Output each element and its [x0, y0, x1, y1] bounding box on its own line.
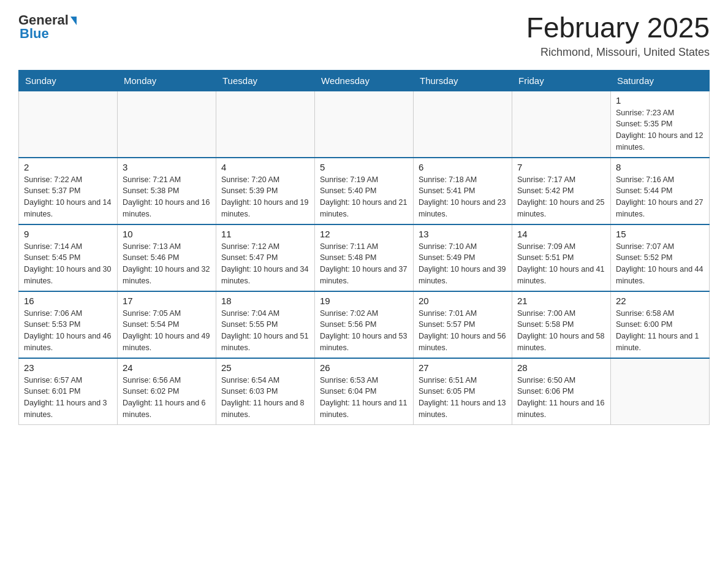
day-number: 3: [123, 162, 211, 172]
day-info: Sunrise: 6:58 AMSunset: 6:00 PMDaylight:…: [616, 308, 704, 354]
calendar-day-cell: 8Sunrise: 7:16 AMSunset: 5:44 PMDaylight…: [611, 158, 710, 224]
calendar-day-cell: [414, 91, 512, 158]
day-info: Sunrise: 6:56 AMSunset: 6:02 PMDaylight:…: [123, 375, 211, 421]
logo-arrow-icon: [70, 17, 77, 25]
calendar-week-row: 1Sunrise: 7:23 AMSunset: 5:35 PMDaylight…: [19, 91, 710, 158]
logo-blue-label: Blue: [20, 26, 49, 42]
day-info: Sunrise: 7:02 AMSunset: 5:56 PMDaylight:…: [320, 308, 408, 354]
calendar-day-header: Friday: [512, 70, 611, 91]
day-number: 13: [419, 229, 507, 239]
day-info: Sunrise: 7:22 AMSunset: 5:37 PMDaylight:…: [24, 174, 112, 220]
calendar-day-cell: [512, 91, 611, 158]
day-number: 26: [320, 362, 408, 373]
day-info: Sunrise: 7:14 AMSunset: 5:45 PMDaylight:…: [24, 241, 112, 287]
calendar-day-header: Wednesday: [315, 70, 414, 91]
day-info: Sunrise: 6:50 AMSunset: 6:06 PMDaylight:…: [517, 375, 605, 421]
calendar-day-cell: 17Sunrise: 7:05 AMSunset: 5:54 PMDayligh…: [118, 291, 216, 358]
day-number: 6: [419, 162, 507, 172]
day-info: Sunrise: 7:05 AMSunset: 5:54 PMDaylight:…: [123, 308, 211, 354]
day-number: 25: [221, 362, 309, 373]
calendar-week-row: 2Sunrise: 7:22 AMSunset: 5:37 PMDaylight…: [19, 158, 710, 224]
calendar-week-row: 16Sunrise: 7:06 AMSunset: 5:53 PMDayligh…: [19, 291, 710, 358]
calendar-day-cell: 1Sunrise: 7:23 AMSunset: 5:35 PMDaylight…: [611, 91, 710, 158]
calendar-day-cell: 26Sunrise: 6:53 AMSunset: 6:04 PMDayligh…: [315, 358, 414, 425]
calendar-day-cell: 7Sunrise: 7:17 AMSunset: 5:42 PMDaylight…: [512, 158, 611, 224]
day-info: Sunrise: 7:21 AMSunset: 5:38 PMDaylight:…: [123, 174, 211, 220]
day-info: Sunrise: 7:18 AMSunset: 5:41 PMDaylight:…: [419, 174, 507, 220]
calendar-day-cell: 16Sunrise: 7:06 AMSunset: 5:53 PMDayligh…: [19, 291, 118, 358]
day-number: 10: [123, 229, 211, 239]
day-info: Sunrise: 6:51 AMSunset: 6:05 PMDaylight:…: [419, 375, 507, 421]
calendar-day-header: Tuesday: [216, 70, 315, 91]
location-label: Richmond, Missouri, United States: [526, 46, 710, 59]
calendar-day-cell: 2Sunrise: 7:22 AMSunset: 5:37 PMDaylight…: [19, 158, 118, 224]
day-number: 18: [221, 296, 309, 306]
calendar-table: SundayMondayTuesdayWednesdayThursdayFrid…: [18, 70, 710, 425]
day-number: 28: [517, 362, 605, 373]
day-info: Sunrise: 7:09 AMSunset: 5:51 PMDaylight:…: [517, 241, 605, 287]
calendar-day-cell: 9Sunrise: 7:14 AMSunset: 5:45 PMDaylight…: [19, 224, 118, 291]
day-number: 2: [24, 162, 112, 172]
calendar-header-row: SundayMondayTuesdayWednesdayThursdayFrid…: [19, 70, 710, 91]
day-number: 7: [517, 162, 605, 172]
calendar-day-cell: 11Sunrise: 7:12 AMSunset: 5:47 PMDayligh…: [216, 224, 315, 291]
calendar-day-cell: [315, 91, 414, 158]
day-info: Sunrise: 7:01 AMSunset: 5:57 PMDaylight:…: [419, 308, 507, 354]
calendar-day-cell: 24Sunrise: 6:56 AMSunset: 6:02 PMDayligh…: [118, 358, 216, 425]
calendar-day-header: Saturday: [611, 70, 710, 91]
day-number: 1: [616, 95, 704, 105]
calendar-day-cell: [611, 358, 710, 425]
day-info: Sunrise: 7:20 AMSunset: 5:39 PMDaylight:…: [221, 174, 309, 220]
day-info: Sunrise: 6:54 AMSunset: 6:03 PMDaylight:…: [221, 375, 309, 421]
day-info: Sunrise: 7:19 AMSunset: 5:40 PMDaylight:…: [320, 174, 408, 220]
day-number: 4: [221, 162, 309, 172]
day-info: Sunrise: 7:23 AMSunset: 5:35 PMDaylight:…: [616, 107, 704, 153]
calendar-week-row: 23Sunrise: 6:57 AMSunset: 6:01 PMDayligh…: [19, 358, 710, 425]
calendar-day-cell: 27Sunrise: 6:51 AMSunset: 6:05 PMDayligh…: [414, 358, 512, 425]
calendar-day-cell: 10Sunrise: 7:13 AMSunset: 5:46 PMDayligh…: [118, 224, 216, 291]
calendar-day-cell: [19, 91, 118, 158]
day-number: 8: [616, 162, 704, 172]
day-info: Sunrise: 7:06 AMSunset: 5:53 PMDaylight:…: [24, 308, 112, 354]
calendar-day-cell: 25Sunrise: 6:54 AMSunset: 6:03 PMDayligh…: [216, 358, 315, 425]
calendar-day-cell: 28Sunrise: 6:50 AMSunset: 6:06 PMDayligh…: [512, 358, 611, 425]
day-number: 24: [123, 362, 211, 373]
calendar-day-header: Sunday: [19, 70, 118, 91]
day-number: 17: [123, 296, 211, 306]
day-number: 20: [419, 296, 507, 306]
calendar-day-cell: 15Sunrise: 7:07 AMSunset: 5:52 PMDayligh…: [611, 224, 710, 291]
day-info: Sunrise: 7:04 AMSunset: 5:55 PMDaylight:…: [221, 308, 309, 354]
day-number: 9: [24, 229, 112, 239]
day-number: 11: [221, 229, 309, 239]
calendar-day-cell: 22Sunrise: 6:58 AMSunset: 6:00 PMDayligh…: [611, 291, 710, 358]
calendar-day-header: Thursday: [414, 70, 512, 91]
day-info: Sunrise: 7:12 AMSunset: 5:47 PMDaylight:…: [221, 241, 309, 287]
day-number: 5: [320, 162, 408, 172]
day-number: 22: [616, 296, 704, 306]
day-number: 27: [419, 362, 507, 373]
calendar-day-cell: 12Sunrise: 7:11 AMSunset: 5:48 PMDayligh…: [315, 224, 414, 291]
day-number: 21: [517, 296, 605, 306]
day-info: Sunrise: 6:57 AMSunset: 6:01 PMDaylight:…: [24, 375, 112, 421]
day-info: Sunrise: 7:16 AMSunset: 5:44 PMDaylight:…: [616, 174, 704, 220]
calendar-day-cell: 20Sunrise: 7:01 AMSunset: 5:57 PMDayligh…: [414, 291, 512, 358]
page-header: General Blue February 2025 Richmond, Mis…: [18, 12, 710, 59]
day-number: 19: [320, 296, 408, 306]
day-number: 15: [616, 229, 704, 239]
day-info: Sunrise: 7:07 AMSunset: 5:52 PMDaylight:…: [616, 241, 704, 287]
day-info: Sunrise: 6:53 AMSunset: 6:04 PMDaylight:…: [320, 375, 408, 421]
calendar-day-cell: 19Sunrise: 7:02 AMSunset: 5:56 PMDayligh…: [315, 291, 414, 358]
calendar-day-cell: [216, 91, 315, 158]
day-number: 16: [24, 296, 112, 306]
day-info: Sunrise: 7:13 AMSunset: 5:46 PMDaylight:…: [123, 241, 211, 287]
calendar-day-cell: 3Sunrise: 7:21 AMSunset: 5:38 PMDaylight…: [118, 158, 216, 224]
calendar-day-cell: 21Sunrise: 7:00 AMSunset: 5:58 PMDayligh…: [512, 291, 611, 358]
day-info: Sunrise: 7:17 AMSunset: 5:42 PMDaylight:…: [517, 174, 605, 220]
calendar-day-cell: 23Sunrise: 6:57 AMSunset: 6:01 PMDayligh…: [19, 358, 118, 425]
day-number: 12: [320, 229, 408, 239]
calendar-day-cell: [118, 91, 216, 158]
day-info: Sunrise: 7:00 AMSunset: 5:58 PMDaylight:…: [517, 308, 605, 354]
day-number: 14: [517, 229, 605, 239]
day-info: Sunrise: 7:11 AMSunset: 5:48 PMDaylight:…: [320, 241, 408, 287]
logo: General Blue: [18, 12, 77, 42]
